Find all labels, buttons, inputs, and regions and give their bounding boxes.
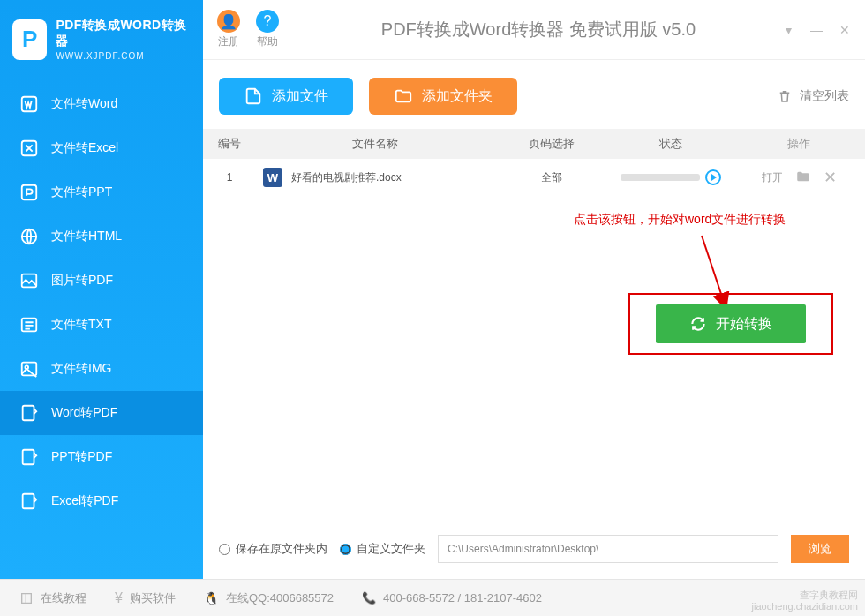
col-page: 页码选择 — [494, 136, 609, 152]
sidebar-item-word[interactable]: 文件转Word — [0, 82, 203, 126]
user-icon: 👤 — [217, 10, 240, 33]
picture-icon — [19, 359, 39, 379]
file-icon — [244, 86, 263, 106]
word-icon — [19, 94, 39, 114]
logo-subtitle: WWW.XJPDF.COM — [56, 51, 191, 61]
path-input[interactable] — [438, 535, 778, 563]
radio-input[interactable] — [219, 544, 230, 555]
statusbar: 在线教程 ¥ 购买软件 🐧 在线QQ:4006685572 📞 400-668-… — [0, 579, 865, 616]
html-icon — [19, 227, 39, 246]
open-button[interactable]: 打开 — [762, 170, 783, 185]
col-status: 状态 — [609, 136, 733, 152]
buy-link[interactable]: ¥ 购买软件 — [115, 590, 176, 606]
clear-list-label: 清空列表 — [800, 88, 849, 104]
txt-icon — [19, 315, 39, 334]
svg-rect-9 — [23, 450, 34, 465]
main-area: 👤 注册 ? 帮助 PDF转换成Word转换器 免费试用版 v5.0 ▾ — ✕… — [203, 0, 865, 579]
annotation-text: 点击该按钮，开始对word文件进行转换 — [574, 212, 786, 228]
sidebar-item-label: 图片转PDF — [51, 273, 113, 289]
app-title: PDF转换成Word转换器 免费试用版 v5.0 — [295, 18, 782, 41]
sidebar-item-txt[interactable]: 文件转TXT — [0, 303, 203, 347]
browse-button[interactable]: 浏览 — [791, 535, 849, 563]
add-folder-button[interactable]: 添加文件夹 — [369, 78, 517, 115]
add-file-label: 添加文件 — [272, 87, 328, 106]
yen-icon: ¥ — [115, 590, 123, 606]
ppt-icon — [19, 183, 39, 202]
save-original-radio[interactable]: 保存在原文件夹内 — [219, 541, 327, 557]
help-icon: ? — [256, 10, 279, 33]
excel-icon — [19, 139, 39, 158]
table-row: 1 W 好看的电视剧推荐.docx 全部 打开 ✕ — [203, 159, 865, 196]
svg-rect-6 — [22, 363, 37, 376]
word-file-icon: W — [263, 168, 282, 187]
radio-input[interactable] — [340, 544, 351, 555]
sidebar-item-excel2pdf[interactable]: Excel转PDF — [0, 479, 203, 523]
sidebar-item-label: PPT转PDF — [51, 449, 112, 465]
phone-link[interactable]: 📞 400-668-5572 / 181-2107-4602 — [362, 591, 542, 605]
refresh-icon — [689, 315, 707, 333]
sidebar-item-excel[interactable]: 文件转Excel — [0, 126, 203, 170]
book-icon — [19, 591, 34, 605]
sidebar-item-ppt[interactable]: 文件转PPT — [0, 170, 203, 214]
sidebar-item-label: 文件转IMG — [51, 361, 111, 377]
sidebar-item-ppt2pdf[interactable]: PPT转PDF — [0, 435, 203, 479]
trash-icon — [777, 88, 793, 104]
svg-line-11 — [702, 236, 724, 302]
register-button[interactable]: 👤 注册 — [217, 10, 240, 49]
qq-label: 在线QQ:4006685572 — [226, 590, 334, 606]
qq-link[interactable]: 🐧 在线QQ:4006685572 — [204, 590, 334, 606]
start-convert-button[interactable]: 开始转换 — [656, 304, 806, 343]
pdf-icon — [19, 403, 39, 423]
start-highlight: 开始转换 — [628, 293, 833, 355]
watermark: 查字典教程网 jiaocheng.chazidian.com — [752, 590, 858, 612]
sidebar-item-label: 文件转Excel — [51, 140, 118, 156]
tutorial-link[interactable]: 在线教程 — [19, 590, 86, 606]
save-options: 保存在原文件夹内 自定义文件夹 浏览 — [219, 535, 849, 563]
watermark-l2: jiaocheng.chazidian.com — [752, 601, 858, 612]
col-action: 操作 — [733, 136, 865, 152]
watermark-l1: 查字典教程网 — [752, 590, 858, 601]
window-menu-button[interactable]: ▾ — [782, 23, 794, 37]
add-file-button[interactable]: 添加文件 — [219, 78, 353, 115]
sidebar-item-label: Excel转PDF — [51, 493, 118, 509]
save-custom-label: 自定义文件夹 — [357, 541, 425, 557]
help-button[interactable]: ? 帮助 — [256, 10, 279, 49]
close-button[interactable]: ✕ — [839, 23, 851, 37]
tutorial-label: 在线教程 — [41, 590, 86, 606]
sidebar: P PDF转换成WORD转换器 WWW.XJPDF.COM 文件转Word 文件… — [0, 0, 203, 579]
register-label: 注册 — [218, 34, 239, 49]
table-header: 编号 文件名称 页码选择 状态 操作 — [203, 129, 865, 159]
row-page[interactable]: 全部 — [494, 170, 609, 185]
col-idx: 编号 — [203, 136, 256, 152]
save-custom-radio[interactable]: 自定义文件夹 — [340, 541, 425, 557]
sidebar-item-label: 文件转Word — [51, 96, 117, 112]
logo-icon: P — [12, 19, 47, 60]
image-icon — [19, 271, 39, 290]
folder-icon — [394, 86, 413, 106]
start-label: 开始转换 — [716, 315, 772, 334]
sidebar-item-label: 文件转HTML — [51, 229, 122, 244]
phone-label: 400-668-5572 / 181-2107-4602 — [383, 591, 542, 605]
clear-list-button[interactable]: 清空列表 — [777, 88, 849, 104]
sidebar-item-img2pdf[interactable]: 图片转PDF — [0, 259, 203, 303]
sidebar-item-label: 文件转TXT — [51, 317, 111, 333]
sidebar-item-file2img[interactable]: 文件转IMG — [0, 347, 203, 391]
logo: P PDF转换成WORD转换器 WWW.XJPDF.COM — [0, 0, 203, 82]
sidebar-item-html[interactable]: 文件转HTML — [0, 214, 203, 259]
remove-icon[interactable]: ✕ — [824, 168, 837, 187]
logo-title: PDF转换成WORD转换器 — [56, 18, 191, 49]
row-idx: 1 — [203, 171, 256, 184]
help-label: 帮助 — [257, 34, 278, 49]
folder-open-icon[interactable] — [795, 169, 811, 187]
add-folder-label: 添加文件夹 — [422, 87, 493, 106]
col-name: 文件名称 — [256, 136, 494, 152]
minimize-button[interactable]: — — [810, 23, 823, 37]
qq-icon: 🐧 — [204, 591, 219, 605]
play-icon[interactable] — [705, 169, 721, 185]
pdf-icon — [19, 447, 39, 467]
sidebar-item-word2pdf[interactable]: Word转PDF — [0, 391, 203, 435]
sidebar-item-label: Word转PDF — [51, 405, 117, 421]
row-filename: 好看的电视剧推荐.docx — [291, 170, 402, 185]
phone-icon: 📞 — [362, 591, 376, 605]
toolbar: 添加文件 添加文件夹 清空列表 — [203, 60, 865, 129]
